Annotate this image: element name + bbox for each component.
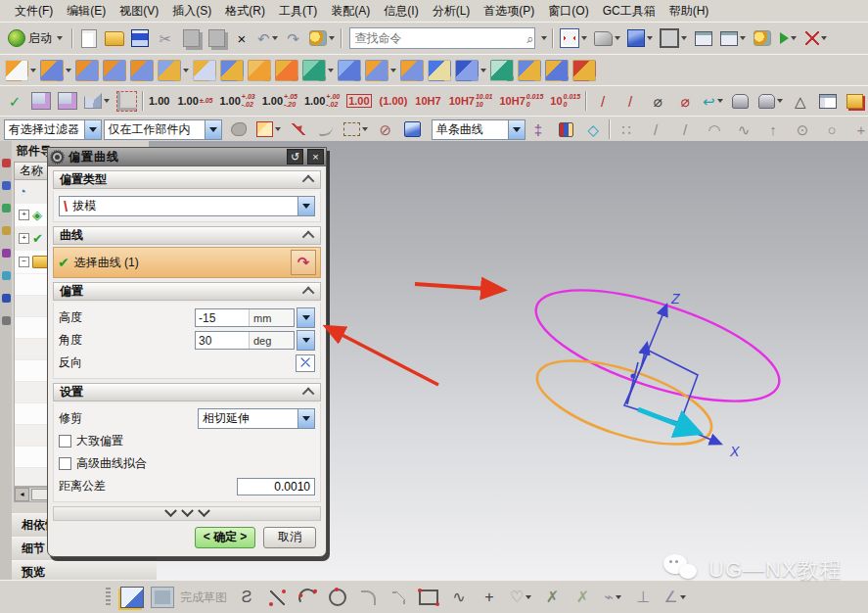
red-marked-box-icon[interactable] bbox=[571, 59, 597, 82]
section-offset-type[interactable]: 偏置类型 bbox=[53, 170, 321, 189]
shaded-view-icon[interactable] bbox=[593, 26, 621, 50]
blue-pair-icon[interactable] bbox=[544, 59, 570, 82]
start-button[interactable]: 启动 bbox=[4, 26, 67, 50]
cavity-layout-icon[interactable] bbox=[399, 59, 425, 82]
constraints-icon[interactable]: ⊥ bbox=[632, 586, 654, 609]
snap-spline-icon[interactable]: ∿ bbox=[733, 118, 754, 141]
unfold-view-icon[interactable] bbox=[83, 89, 111, 113]
curve-rule-combo[interactable]: 单条曲线 bbox=[432, 119, 525, 140]
chevron-down-icon[interactable] bbox=[541, 36, 547, 40]
diameter-icon[interactable]: ⌀ bbox=[647, 89, 668, 113]
new-file-icon[interactable] bbox=[78, 26, 100, 50]
resource-icon[interactable] bbox=[2, 181, 11, 190]
expander-icon[interactable]: + bbox=[19, 233, 29, 244]
stamp2-icon[interactable] bbox=[757, 89, 784, 113]
dim-lower[interactable]: 1.00+.00-.02 bbox=[304, 93, 340, 108]
tolerance-input[interactable] bbox=[237, 478, 315, 495]
dim-upper[interactable]: 1.00+.05-.20 bbox=[262, 93, 297, 108]
snap-pole-icon[interactable]: ↑ bbox=[762, 118, 784, 141]
section-settings[interactable]: 设置 bbox=[53, 383, 321, 401]
add-curve-icon[interactable] bbox=[288, 118, 309, 141]
line-icon[interactable] bbox=[266, 586, 288, 609]
spot-group-icon[interactable] bbox=[247, 59, 272, 82]
dim-plain[interactable]: 1.00 bbox=[149, 95, 170, 107]
finish-sketch-icon[interactable] bbox=[150, 586, 175, 609]
snap-arc-icon[interactable]: ◠ bbox=[704, 118, 725, 141]
dim-bilateral[interactable]: 1.00+.03-.02 bbox=[219, 93, 254, 108]
menu-item[interactable]: 编辑(E) bbox=[60, 0, 113, 22]
teal-box-icon[interactable] bbox=[489, 59, 515, 82]
snap-midpoint-icon[interactable]: / bbox=[674, 118, 696, 141]
angle-input[interactable] bbox=[196, 332, 249, 349]
selection-filter-combo[interactable]: 有选择过滤器 bbox=[4, 119, 102, 140]
stamp-icon[interactable] bbox=[730, 89, 752, 113]
window-icon[interactable] bbox=[693, 26, 714, 50]
mold-cubes-icon[interactable] bbox=[454, 59, 487, 82]
resource-icon[interactable] bbox=[2, 294, 11, 303]
finish-check-icon[interactable]: ✓ bbox=[4, 89, 25, 113]
menu-item[interactable]: 信息(I) bbox=[377, 0, 425, 22]
rendering-style-icon[interactable] bbox=[659, 26, 688, 50]
finish-sketch-label[interactable]: 完成草图 bbox=[180, 589, 227, 606]
menu-item[interactable]: 文件(F) bbox=[8, 0, 60, 22]
lasso-icon[interactable] bbox=[343, 118, 369, 141]
check-regions-icon[interactable] bbox=[157, 59, 190, 82]
new-window-icon[interactable] bbox=[719, 26, 747, 50]
menu-item[interactable]: 分析(L) bbox=[426, 0, 478, 22]
menu-item[interactable]: 插入(S) bbox=[165, 0, 218, 22]
core-block-icon[interactable] bbox=[102, 59, 127, 82]
parting-surface-icon[interactable] bbox=[274, 59, 299, 82]
height-input[interactable] bbox=[196, 309, 249, 326]
dim-boxed[interactable]: 1.00 bbox=[346, 94, 372, 108]
advanced-fit-checkbox[interactable] bbox=[59, 457, 71, 470]
pattern-grid2-icon[interactable] bbox=[57, 89, 78, 113]
resource-icon[interactable] bbox=[2, 271, 11, 280]
studio-spline-icon[interactable]: ∿ bbox=[448, 586, 470, 609]
open-file-icon[interactable] bbox=[104, 26, 125, 50]
expander-icon[interactable]: + bbox=[19, 210, 29, 220]
resource-icon[interactable] bbox=[2, 226, 11, 235]
dim-fit-limits[interactable]: 10H710.0110 bbox=[449, 93, 493, 108]
snap-point-icon[interactable]: + bbox=[850, 118, 868, 141]
copy-icon[interactable] bbox=[180, 26, 202, 50]
height-options-button[interactable] bbox=[297, 307, 315, 328]
combo-arrow-icon[interactable] bbox=[297, 197, 314, 215]
orient-view-icon[interactable] bbox=[626, 26, 654, 50]
resource-icon[interactable] bbox=[2, 159, 11, 167]
menu-item[interactable]: 帮助(H) bbox=[662, 0, 716, 22]
solid-cube-icon[interactable] bbox=[402, 118, 424, 141]
annotation-plus-icon[interactable] bbox=[845, 89, 866, 113]
intersect-stop-icon[interactable]: ‡ bbox=[527, 118, 549, 141]
define-regions-icon[interactable] bbox=[219, 59, 245, 82]
user-roles-icon[interactable] bbox=[308, 26, 336, 50]
trim-mold-icon[interactable] bbox=[364, 59, 397, 82]
ellipse-tool-icon[interactable]: ♡ bbox=[509, 586, 532, 609]
selection-scope-combo[interactable]: 仅在工作部件内 bbox=[104, 119, 222, 140]
offset-type-combo[interactable]: \拔模 bbox=[59, 196, 315, 216]
quick-extend-icon[interactable]: ✗ bbox=[571, 586, 593, 609]
trim-combo[interactable]: 相切延伸 bbox=[198, 408, 315, 429]
dim-sym[interactable]: 1.00±.05 bbox=[177, 95, 212, 107]
new-sheet-icon[interactable] bbox=[4, 59, 37, 82]
play-icon[interactable] bbox=[778, 26, 799, 50]
approx-offset-checkbox[interactable] bbox=[59, 435, 71, 448]
make-corner-icon[interactable]: ⌁ bbox=[602, 586, 623, 609]
snap-center-icon[interactable]: ⊙ bbox=[792, 118, 813, 141]
cut-icon[interactable]: ✂ bbox=[155, 26, 176, 50]
highlight-box-icon[interactable] bbox=[255, 118, 282, 141]
fillet-icon[interactable] bbox=[357, 586, 379, 609]
circle-icon[interactable] bbox=[327, 586, 348, 609]
cavity-block-icon[interactable] bbox=[74, 59, 100, 82]
section-curve[interactable]: 曲线 bbox=[53, 226, 321, 245]
resource-icon[interactable] bbox=[2, 204, 11, 212]
dialog-title-bar[interactable]: 偏置曲线 ↺ × bbox=[48, 148, 326, 166]
corner-section-icon[interactable] bbox=[115, 89, 137, 113]
swoosh-tool-icon[interactable] bbox=[427, 59, 452, 82]
dim-fit-cut[interactable]: 100.0150 bbox=[550, 93, 580, 108]
section-offset[interactable]: 偏置 bbox=[53, 282, 321, 301]
angle-options-button[interactable] bbox=[297, 330, 315, 351]
menu-item[interactable]: 首选项(P) bbox=[477, 0, 541, 22]
arc-icon[interactable] bbox=[297, 586, 318, 609]
point-icon[interactable]: + bbox=[479, 586, 500, 609]
triangle-icon[interactable]: △ bbox=[790, 89, 811, 113]
